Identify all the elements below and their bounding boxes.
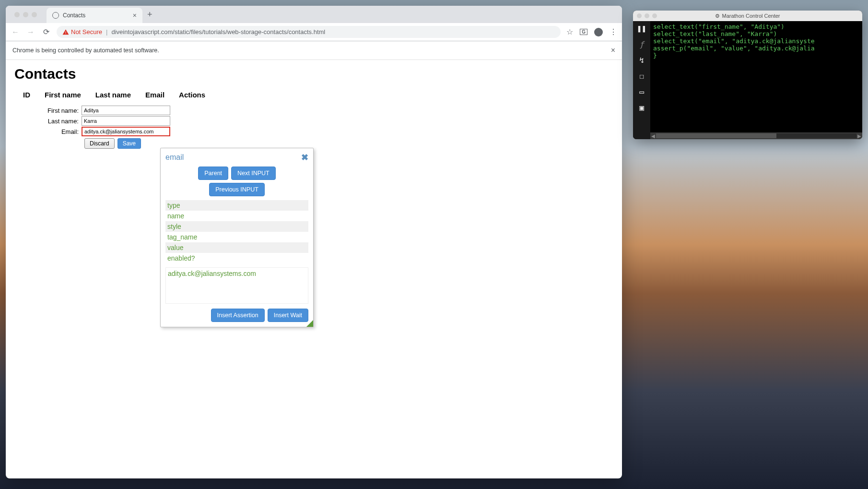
code-line-0: select_text("first_name", "Aditya") [653, 23, 785, 30]
console-icon[interactable]: ▭ [639, 87, 644, 96]
marathon-close-icon[interactable] [637, 13, 642, 18]
stop-icon[interactable]: ☐ [639, 72, 644, 81]
inspector-title-row: email ✖ [165, 152, 308, 163]
inspector-popup: email ✖ Parent Next INPUT Previous INPUT… [160, 148, 314, 327]
extension-icon[interactable]: G [580, 29, 587, 35]
new-tab-button[interactable]: + [147, 10, 152, 20]
back-button[interactable]: ← [11, 28, 20, 36]
parent-button[interactable]: Parent [198, 167, 228, 180]
next-input-button[interactable]: Next INPUT [231, 167, 276, 180]
col-email: Email [145, 91, 164, 99]
profile-icon[interactable] [594, 28, 603, 36]
menu-icon[interactable]: ⋮ [610, 27, 617, 36]
marathon-titlebar: ⚙ Marathon Control Center [633, 11, 862, 21]
scroll-right-icon[interactable]: ▶ [857, 133, 861, 139]
last-name-label: Last name: [14, 118, 82, 125]
forward-button[interactable]: → [26, 28, 35, 36]
record-icon[interactable]: ↯ [639, 56, 644, 65]
save-button[interactable]: Save [117, 138, 141, 149]
browser-tab[interactable]: Contacts × [47, 8, 142, 23]
previous-input-button[interactable]: Previous INPUT [209, 183, 265, 196]
url-text: diveintojavascript.com/static/files/tuto… [111, 28, 325, 36]
prop-type[interactable]: type [165, 200, 308, 211]
warning-icon [62, 29, 69, 36]
inspector-title: email [165, 153, 184, 162]
horizontal-scrollbar[interactable]: ◀ ▶ [650, 132, 862, 139]
reload-button[interactable]: ⟳ [41, 27, 51, 36]
first-name-label: First name: [14, 107, 82, 114]
last-name-input[interactable] [82, 116, 170, 126]
insert-wait-button[interactable]: Insert Wait [268, 309, 308, 322]
first-name-input[interactable] [82, 106, 170, 115]
email-label: Email: [14, 128, 82, 135]
marathon-maximize-icon[interactable] [652, 13, 657, 18]
minimize-window-icon[interactable] [23, 12, 28, 17]
scroll-track[interactable] [656, 133, 856, 138]
prop-style[interactable]: style [165, 221, 308, 232]
close-window-icon[interactable] [14, 12, 20, 17]
last-name-row: Last name: [14, 116, 613, 126]
discard-button[interactable]: Discard [84, 138, 115, 149]
marathon-window: ⚙ Marathon Control Center ❚❚ ƒ ↯ ☐ ▭ ▣ s… [633, 11, 862, 139]
screenshot-icon[interactable]: ▣ [639, 103, 644, 112]
url-box[interactable]: Not Secure | diveintojavascript.com/stat… [57, 26, 561, 38]
scroll-left-icon[interactable]: ◀ [651, 133, 655, 139]
bookmark-icon[interactable]: ☆ [566, 27, 573, 36]
marathon-minimize-icon[interactable] [645, 13, 649, 18]
browser-chrome: Contacts × + ← → ⟳ Not Secure | diveinto… [6, 6, 622, 41]
close-inspector-icon[interactable]: ✖ [301, 152, 308, 163]
maximize-window-icon[interactable] [32, 12, 37, 17]
inspector-actions: Insert Assertion Insert Wait [165, 309, 308, 322]
address-bar: ← → ⟳ Not Secure | diveintojavascript.co… [6, 23, 622, 41]
code-line-4: } [653, 52, 657, 59]
scroll-thumb[interactable] [656, 133, 776, 138]
col-last-name: Last name [95, 91, 131, 99]
col-first-name: First name [45, 91, 81, 99]
globe-icon [52, 12, 59, 19]
close-tab-icon[interactable]: × [133, 12, 137, 19]
value-display: aditya.ck@jaliansystems.com [165, 267, 308, 304]
close-banner-icon[interactable]: × [611, 46, 615, 55]
marathon-title: Marathon Control Center [722, 13, 780, 19]
page-content: Contacts ID First name Last name Email A… [6, 60, 622, 155]
code-line-1: select_text("last_name", "Karra") [653, 30, 777, 37]
toolbar-icons: ☆ G ⋮ [566, 27, 617, 36]
first-name-row: First name: [14, 106, 613, 115]
inspector-nav: Parent Next INPUT Previous INPUT [165, 167, 308, 196]
automation-banner: Chrome is being controlled by automated … [6, 41, 622, 60]
table-headers: ID First name Last name Email Actions [14, 86, 613, 106]
insert-assertion-button[interactable]: Insert Assertion [211, 309, 265, 322]
window-controls [10, 12, 42, 17]
code-editor[interactable]: select_text("first_name", "Aditya") sele… [650, 21, 862, 132]
browser-window: Contacts × + ← → ⟳ Not Secure | diveinto… [6, 6, 622, 478]
pause-icon[interactable]: ❚❚ [637, 24, 646, 33]
property-list: type name style tag_name value enabled? [165, 200, 308, 263]
form-buttons: Discard Save [84, 138, 613, 149]
marathon-toolbar: ❚❚ ƒ ↯ ☐ ▭ ▣ [633, 21, 650, 139]
code-line-2: select_text("email", "aditya.ck@jaliansy… [653, 37, 815, 45]
prop-enabled[interactable]: enabled? [165, 253, 308, 263]
tab-bar: Contacts × + [6, 6, 622, 23]
email-input[interactable] [82, 127, 170, 136]
email-row: Email: [14, 127, 613, 136]
page-heading: Contacts [14, 66, 613, 82]
gear-icon: ⚙ [715, 13, 720, 19]
marathon-body: ❚❚ ƒ ↯ ☐ ▭ ▣ select_text("first_name", "… [633, 21, 862, 139]
resize-grip[interactable] [306, 320, 313, 327]
prop-value[interactable]: value [165, 242, 308, 253]
function-icon[interactable]: ƒ [639, 40, 644, 49]
code-line-3: assert_p("email", "value", "aditya.ck@ja… [653, 45, 815, 52]
prop-tag-name[interactable]: tag_name [165, 232, 308, 242]
col-id: ID [23, 91, 30, 99]
tab-title: Contacts [63, 12, 85, 19]
col-actions: Actions [179, 91, 205, 99]
not-secure-indicator[interactable]: Not Secure [62, 28, 102, 36]
prop-name[interactable]: name [165, 211, 308, 221]
